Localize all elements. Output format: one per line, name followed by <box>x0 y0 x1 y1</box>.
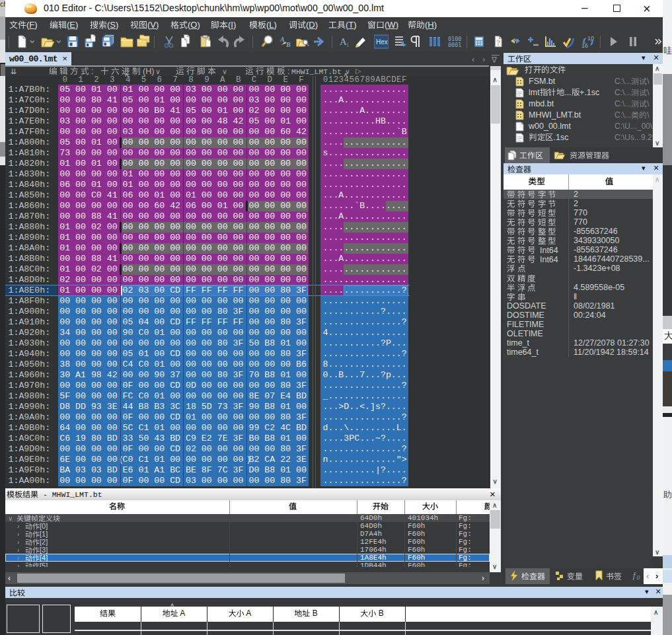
svg-text:1: 1 <box>346 42 350 48</box>
svg-text:0001: 0001 <box>448 42 461 48</box>
svg-text:16: 16 <box>581 42 588 49</box>
svg-text:Hex: Hex <box>376 38 388 46</box>
svg-text:B: B <box>285 41 291 48</box>
svg-text:A: A <box>280 36 285 43</box>
svg-text:?: ? <box>496 38 501 48</box>
